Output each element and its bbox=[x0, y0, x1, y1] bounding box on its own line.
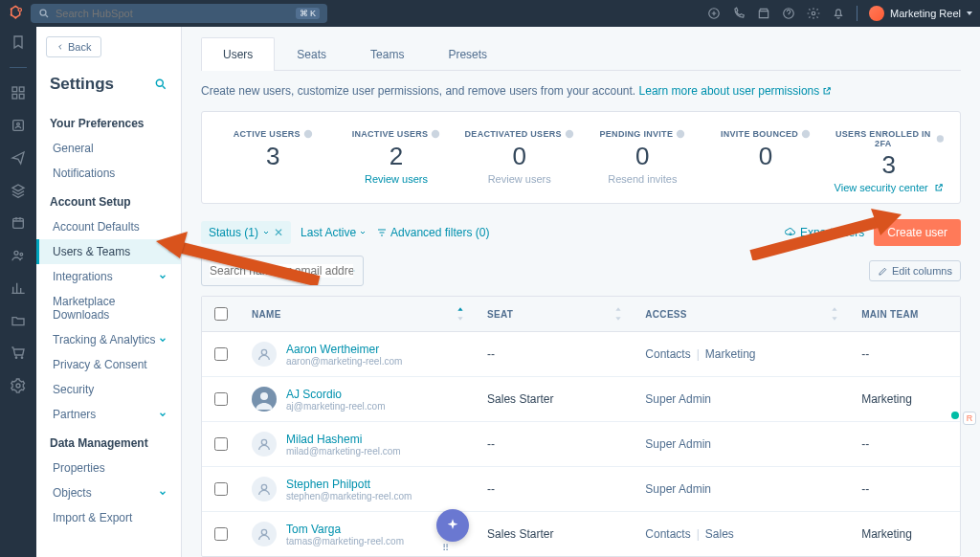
user-search[interactable] bbox=[201, 256, 364, 286]
permissions-learn-more-link[interactable]: Learn more about user permissions bbox=[639, 84, 833, 98]
chart-icon[interactable] bbox=[11, 280, 26, 296]
left-rail bbox=[0, 27, 36, 557]
grid-icon[interactable] bbox=[11, 85, 26, 100]
user-search-input[interactable] bbox=[210, 264, 353, 278]
sidebar-item-partners[interactable]: Partners bbox=[36, 402, 181, 427]
send-icon[interactable] bbox=[11, 150, 26, 166]
gear-icon[interactable] bbox=[11, 378, 26, 393]
row-checkbox[interactable] bbox=[214, 347, 228, 361]
last-active-filter[interactable]: Last Active bbox=[301, 226, 367, 239]
marketplace-icon[interactable] bbox=[757, 7, 770, 20]
th-name[interactable]: NAME bbox=[240, 297, 476, 331]
sidebar-item-notifications[interactable]: Notifications bbox=[36, 161, 181, 186]
sidebar-item-defaults[interactable]: Account Defaults bbox=[36, 214, 181, 239]
svg-point-32 bbox=[261, 530, 266, 535]
row-checkbox[interactable] bbox=[214, 437, 228, 451]
info-icon[interactable] bbox=[431, 129, 440, 139]
stat-inactive-value: 2 bbox=[341, 142, 453, 171]
settings-sidebar: Back Settings Your Preferences General N… bbox=[36, 27, 182, 557]
row-checkbox[interactable] bbox=[214, 482, 228, 496]
user-email: milad@marketing-reel.com bbox=[286, 446, 401, 457]
layers-icon[interactable] bbox=[11, 183, 26, 198]
seat-cell: -- bbox=[476, 422, 634, 466]
sidebar-item-import-export[interactable]: Import & Export bbox=[36, 505, 181, 530]
global-search[interactable]: ⌘K bbox=[31, 4, 327, 23]
tab-users[interactable]: Users bbox=[201, 37, 275, 71]
pencil-icon bbox=[878, 266, 888, 277]
record-badge[interactable]: R bbox=[963, 412, 976, 425]
sidebar-item-tracking[interactable]: Tracking & Analytics bbox=[36, 327, 181, 352]
tab-presets[interactable]: Presets bbox=[426, 37, 509, 71]
access-cell: Super Admin bbox=[645, 392, 711, 406]
sidebar-item-objects[interactable]: Objects bbox=[36, 480, 181, 505]
row-checkbox[interactable] bbox=[214, 392, 228, 406]
info-icon[interactable] bbox=[801, 129, 811, 139]
seat-cell: Sales Starter bbox=[476, 377, 634, 421]
user-name[interactable]: Tom Varga bbox=[286, 523, 404, 536]
settings-icon[interactable] bbox=[807, 7, 820, 20]
user-avatar bbox=[252, 477, 277, 501]
sidebar-item-integrations[interactable]: Integrations bbox=[36, 264, 181, 289]
svg-point-26 bbox=[353, 271, 354, 272]
table-row[interactable]: Milad Hashemimilad@marketing-reel.com--S… bbox=[202, 422, 960, 467]
edit-columns-button[interactable]: Edit columns bbox=[869, 260, 961, 281]
contact-icon[interactable] bbox=[11, 118, 26, 133]
search-settings-icon[interactable] bbox=[154, 78, 167, 91]
advanced-filters[interactable]: Advanced filters (0) bbox=[376, 226, 489, 239]
user-name[interactable]: Stephen Philpott bbox=[286, 478, 412, 491]
notifications-icon[interactable] bbox=[832, 7, 845, 20]
info-icon[interactable] bbox=[303, 129, 313, 139]
back-button[interactable]: Back bbox=[46, 36, 101, 57]
row-checkbox[interactable] bbox=[214, 527, 228, 541]
workspace-switcher[interactable]: Marketing Reel bbox=[869, 6, 972, 21]
sidebar-item-users-teams[interactable]: Users & Teams bbox=[36, 239, 181, 264]
people-icon[interactable] bbox=[11, 248, 26, 263]
sidebar-item-properties[interactable]: Properties bbox=[36, 456, 181, 480]
folder-icon[interactable] bbox=[11, 313, 26, 328]
presence-dot bbox=[951, 412, 959, 419]
info-icon[interactable] bbox=[936, 134, 945, 144]
user-name[interactable]: Milad Hashemi bbox=[286, 433, 401, 446]
security-center-link[interactable]: View security center bbox=[833, 182, 945, 193]
stat-inactive: INACTIVE USERS 2 Review users bbox=[335, 125, 458, 193]
info-icon[interactable] bbox=[565, 129, 574, 139]
calendar-icon[interactable] bbox=[11, 215, 26, 231]
global-search-input[interactable] bbox=[56, 8, 296, 19]
export-users-link[interactable]: Export users bbox=[785, 226, 864, 239]
review-inactive-link[interactable]: Review users bbox=[341, 173, 453, 185]
fab-drag-handle[interactable]: ⠿ bbox=[442, 543, 450, 553]
info-icon[interactable] bbox=[676, 129, 685, 139]
topbar-divider bbox=[857, 6, 858, 21]
create-user-button[interactable]: Create user bbox=[874, 219, 961, 246]
tab-teams[interactable]: Teams bbox=[348, 37, 426, 71]
sidebar-item-marketplace[interactable]: Marketplace Downloads bbox=[36, 289, 181, 327]
table-row[interactable]: Aaron Wertheimeraaron@marketing-reel.com… bbox=[202, 332, 960, 377]
sidebar-item-privacy[interactable]: Privacy & Consent bbox=[36, 352, 181, 377]
calling-icon[interactable] bbox=[732, 7, 746, 20]
th-seat[interactable]: SEAT bbox=[476, 297, 634, 331]
table-row[interactable]: Stephen Philpottstephen@marketing-reel.c… bbox=[202, 467, 960, 512]
account-setup-header: Account Setup bbox=[36, 186, 181, 214]
team-cell: -- bbox=[850, 422, 960, 466]
help-icon[interactable] bbox=[782, 7, 795, 20]
th-access[interactable]: ACCESS bbox=[634, 297, 850, 331]
select-all-checkbox[interactable] bbox=[214, 307, 228, 321]
clear-status-filter[interactable]: ✕ bbox=[274, 226, 283, 239]
cart-icon[interactable] bbox=[11, 345, 26, 361]
sidebar-item-security[interactable]: Security bbox=[36, 377, 181, 402]
assistant-fab[interactable] bbox=[436, 509, 469, 542]
caret-down-icon bbox=[967, 11, 972, 15]
upgrade-icon[interactable] bbox=[707, 7, 721, 20]
user-avatar bbox=[252, 387, 277, 412]
user-name[interactable]: AJ Scordio bbox=[286, 388, 386, 401]
svg-rect-9 bbox=[12, 87, 17, 92]
status-filter-chip[interactable]: Status (1) ✕ bbox=[201, 221, 291, 244]
table-row[interactable]: Tom Vargatamas@marketing-reel.comSales S… bbox=[202, 512, 960, 556]
bookmark-icon[interactable] bbox=[11, 34, 26, 50]
user-name[interactable]: Aaron Wertheimer bbox=[286, 343, 402, 356]
svg-rect-11 bbox=[12, 94, 17, 99]
sidebar-item-general[interactable]: General bbox=[36, 136, 181, 161]
table-row[interactable]: AJ Scordioaj@marketing-reel.comSales Sta… bbox=[202, 377, 960, 422]
stat-bounced-value: 0 bbox=[710, 142, 822, 171]
tab-seats[interactable]: Seats bbox=[275, 37, 348, 71]
